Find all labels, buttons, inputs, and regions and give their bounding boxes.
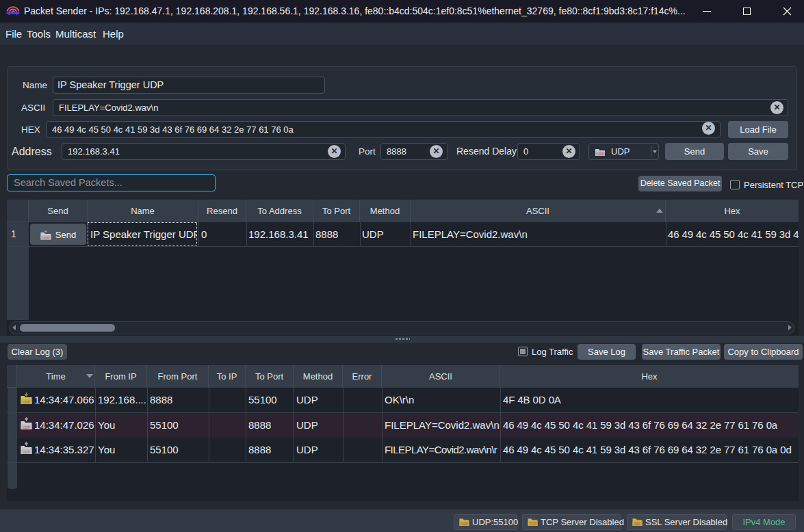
- svg-text:SSL: SSL: [634, 522, 640, 526]
- svg-text:UDP: UDP: [23, 450, 30, 454]
- svg-text:UDP: UDP: [23, 400, 30, 404]
- svg-text:UDP: UDP: [42, 235, 50, 239]
- svg-text:UDP: UDP: [23, 425, 30, 429]
- svg-text:TCP: TCP: [530, 522, 536, 526]
- svg-text:UDP: UDP: [597, 152, 605, 156]
- svg-text:UDP: UDP: [461, 522, 468, 526]
